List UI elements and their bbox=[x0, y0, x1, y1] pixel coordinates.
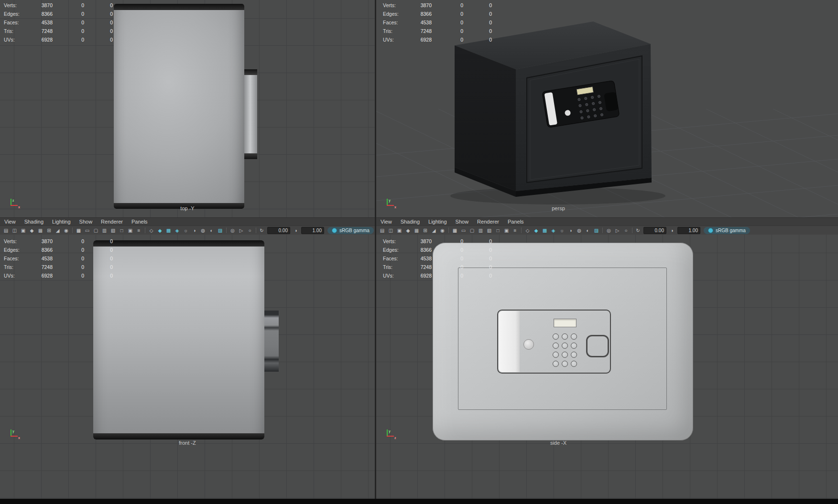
safe-title-icon[interactable]: ▣ bbox=[126, 227, 134, 234]
image-plane-icon[interactable]: ▦ bbox=[36, 227, 44, 234]
menu-show[interactable]: Show bbox=[451, 219, 473, 225]
select-camera-icon[interactable]: ▤ bbox=[2, 227, 10, 234]
grease-pencil-icon[interactable]: ◢ bbox=[430, 227, 438, 234]
safe-action-icon[interactable]: □ bbox=[494, 227, 502, 234]
lights-icon[interactable]: ☼ bbox=[182, 227, 190, 234]
gamma-icon[interactable]: ◑ bbox=[668, 227, 676, 234]
toolbar-separator[interactable] bbox=[226, 227, 227, 233]
gamma-field[interactable]: 1.00 bbox=[677, 227, 700, 234]
safe-model-front-view[interactable] bbox=[93, 240, 281, 440]
menu-renderer[interactable]: Renderer bbox=[97, 219, 127, 225]
ambient-occlusion-icon[interactable]: ◍ bbox=[575, 227, 583, 234]
toolbar-separator[interactable] bbox=[632, 227, 632, 233]
field-chart-icon[interactable]: ▧ bbox=[109, 227, 117, 234]
hud-toggle-icon[interactable]: ≡ bbox=[135, 227, 143, 234]
multisample-icon[interactable]: ▨ bbox=[216, 227, 224, 234]
field-chart-icon[interactable]: ▧ bbox=[485, 227, 493, 234]
exposure-field[interactable]: 0.00 bbox=[267, 227, 290, 234]
viewport-side[interactable]: Verts: 3870 0 0 Edges: 8366 0 0 Faces: 4… bbox=[376, 235, 838, 499]
menu-shading[interactable]: Shading bbox=[396, 219, 424, 225]
shaded-icon[interactable]: ◆ bbox=[156, 227, 164, 234]
viewport-top[interactable]: Verts: 3870 0 0 Edges: 8366 0 0 Faces: 4… bbox=[0, 0, 375, 217]
safe-model-top-view[interactable] bbox=[114, 4, 257, 209]
bookmarks-icon[interactable]: ◆ bbox=[28, 227, 36, 234]
toolbar-separator[interactable] bbox=[521, 227, 522, 233]
menu-view[interactable]: View bbox=[376, 219, 396, 225]
wireframe-on-shaded-icon[interactable]: ◈ bbox=[173, 227, 181, 234]
wireframe-icon[interactable]: ◇ bbox=[523, 227, 532, 234]
toolbar-separator[interactable] bbox=[256, 227, 256, 233]
shaded-icon[interactable]: ◆ bbox=[532, 227, 540, 234]
menu-renderer[interactable]: Renderer bbox=[473, 219, 503, 225]
gate-mask-icon[interactable]: ▥ bbox=[477, 227, 485, 234]
ambient-occlusion-icon[interactable]: ◍ bbox=[199, 227, 207, 234]
menu-lighting[interactable]: Lighting bbox=[424, 219, 451, 225]
resolution-gate-icon[interactable]: ▢ bbox=[468, 227, 476, 234]
2d-pan-zoom-icon[interactable]: ⊞ bbox=[421, 227, 429, 234]
wireframe-on-shaded-icon[interactable]: ◈ bbox=[549, 227, 557, 234]
lights-icon[interactable]: ☼ bbox=[558, 227, 566, 234]
toolbar-separator[interactable] bbox=[145, 227, 145, 233]
film-gate-icon[interactable]: ▭ bbox=[459, 227, 468, 234]
x-ray-icon[interactable]: ▷ bbox=[613, 227, 621, 234]
select-camera-icon[interactable]: ▤ bbox=[378, 227, 386, 234]
toolbar-separator[interactable] bbox=[72, 227, 73, 233]
srgb-gamma-button[interactable]: sRGB gamma bbox=[704, 227, 750, 234]
lock-camera-icon[interactable]: ◫ bbox=[11, 227, 19, 234]
viewport-label-front: front -Z bbox=[179, 440, 196, 446]
wireframe-icon[interactable]: ◇ bbox=[147, 227, 155, 234]
viewport-divider[interactable] bbox=[375, 0, 376, 499]
motion-blur-icon[interactable]: ◐ bbox=[207, 227, 216, 234]
hud-stat-row: UVs: 6928 0 0 bbox=[4, 35, 113, 44]
grease-pencil-icon[interactable]: ◢ bbox=[54, 227, 62, 234]
camera-attributes-icon[interactable]: ▣ bbox=[19, 227, 27, 234]
camera-snapshot-icon[interactable]: ◉ bbox=[438, 227, 446, 234]
exposure-field[interactable]: 0.00 bbox=[643, 227, 666, 234]
gate-mask-icon[interactable]: ▥ bbox=[100, 227, 109, 234]
x-ray-joints-icon[interactable]: ○ bbox=[622, 227, 630, 234]
resolution-gate-icon[interactable]: ▢ bbox=[92, 227, 100, 234]
camera-snapshot-icon[interactable]: ◉ bbox=[62, 227, 70, 234]
textured-icon[interactable]: ▩ bbox=[164, 227, 173, 234]
safe-model-persp[interactable] bbox=[450, 21, 665, 204]
menu-view[interactable]: View bbox=[0, 219, 20, 225]
keypad-lock-button bbox=[523, 339, 534, 350]
hud-toggle-icon[interactable]: ≡ bbox=[511, 227, 519, 234]
hud-stat-row: Verts: 3870 0 0 bbox=[383, 237, 492, 246]
grid-toggle-icon[interactable]: ▦ bbox=[75, 227, 83, 234]
keypad-button bbox=[571, 333, 577, 340]
gamma-field[interactable]: 1.00 bbox=[301, 227, 324, 234]
camera-attributes-icon[interactable]: ▣ bbox=[395, 227, 403, 234]
safe-title-icon[interactable]: ▣ bbox=[502, 227, 511, 234]
safe-action-icon[interactable]: □ bbox=[118, 227, 126, 234]
multisample-icon[interactable]: ▨ bbox=[592, 227, 600, 234]
exposure-icon[interactable]: ↻ bbox=[258, 227, 266, 234]
menu-shading[interactable]: Shading bbox=[20, 219, 48, 225]
isolate-select-icon[interactable]: ◎ bbox=[229, 227, 237, 234]
image-plane-icon[interactable]: ▦ bbox=[413, 227, 421, 234]
2d-pan-zoom-icon[interactable]: ⊞ bbox=[45, 227, 53, 234]
textured-icon[interactable]: ▩ bbox=[541, 227, 549, 234]
x-ray-joints-icon[interactable]: ○ bbox=[246, 227, 254, 234]
x-ray-icon[interactable]: ▷ bbox=[237, 227, 245, 234]
bookmarks-icon[interactable]: ◆ bbox=[404, 227, 412, 234]
lock-camera-icon[interactable]: ◫ bbox=[387, 227, 395, 234]
isolate-select-icon[interactable]: ◎ bbox=[605, 227, 613, 234]
menu-lighting[interactable]: Lighting bbox=[48, 219, 75, 225]
toolbar-separator[interactable] bbox=[602, 227, 603, 233]
exposure-icon[interactable]: ↻ bbox=[634, 227, 642, 234]
menu-show[interactable]: Show bbox=[75, 219, 97, 225]
shadows-icon[interactable]: ◑ bbox=[190, 227, 198, 234]
viewport-front[interactable]: Verts: 3870 0 0 Edges: 8366 0 0 Faces: 4… bbox=[0, 235, 375, 499]
motion-blur-icon[interactable]: ◐ bbox=[584, 227, 592, 234]
gamma-icon[interactable]: ◑ bbox=[292, 227, 300, 234]
menu-panels[interactable]: Panels bbox=[503, 219, 528, 225]
keypad-display bbox=[554, 319, 577, 327]
srgb-gamma-button[interactable]: sRGB gamma bbox=[327, 227, 374, 234]
toolbar-separator[interactable] bbox=[448, 227, 449, 233]
shadows-icon[interactable]: ◑ bbox=[566, 227, 575, 234]
menu-panels[interactable]: Panels bbox=[127, 219, 152, 225]
viewport-persp[interactable]: Verts: 3870 0 0 Edges: 8366 0 0 Faces: 4… bbox=[376, 0, 838, 217]
grid-toggle-icon[interactable]: ▦ bbox=[451, 227, 459, 234]
film-gate-icon[interactable]: ▭ bbox=[83, 227, 91, 234]
